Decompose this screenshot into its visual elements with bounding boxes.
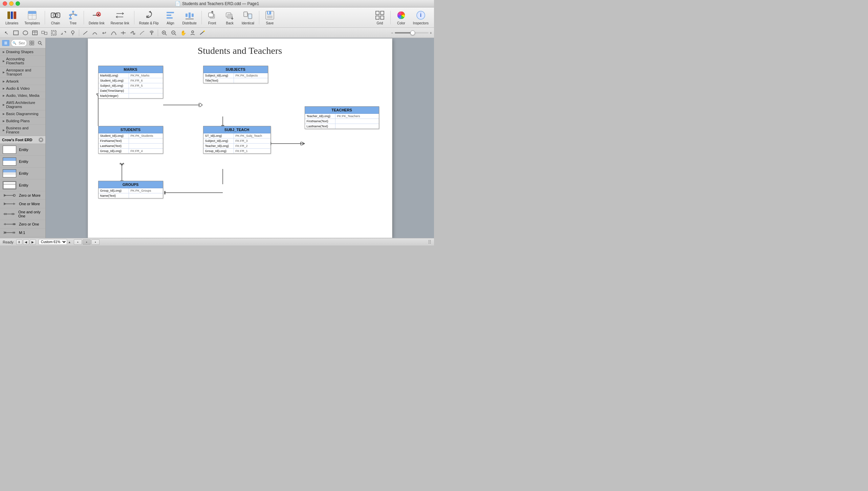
resize-handle[interactable]: ⠿ — [428, 239, 431, 245]
shape-item-entity-header2[interactable]: Entity — [0, 168, 45, 179]
view-mode-3[interactable]: ▪ — [91, 239, 100, 245]
marks-table[interactable]: MARKS MarkId(Long) PK:PK_Marks Student_I… — [98, 66, 163, 99]
minimize-button[interactable] — [9, 1, 14, 6]
subjects-table[interactable]: SUBJECTS Subject_Id(Long) PK:PK_Subjects… — [203, 66, 268, 83]
rotate-button[interactable]: Rotate & Flip — [136, 9, 161, 26]
shape-item-one-more[interactable]: One or More — [0, 200, 45, 208]
shape-item-m1[interactable]: M:1 — [0, 229, 45, 237]
identical-button[interactable]: Identical — [239, 9, 257, 26]
groups-table[interactable]: GROUPS Group_Id(Long) PK:PK_Groups Name(… — [98, 181, 163, 198]
search-button[interactable] — [37, 40, 43, 46]
svg-line-125 — [301, 144, 305, 145]
shape-item-entity-header[interactable]: Entity — [0, 156, 45, 168]
magic-tool[interactable] — [198, 29, 207, 37]
reverse-link-button[interactable]: Reverse link — [108, 9, 132, 26]
page-first-button[interactable]: ⏸ — [16, 239, 22, 245]
sidebar-section-aerospace[interactable]: ▶ Aerospace and Transport — [0, 67, 45, 78]
sidebar-section-aws[interactable]: ▶ AWS Architecture Diagrams — [0, 99, 45, 110]
pin-tool[interactable] — [68, 29, 77, 37]
sidebar-section-building[interactable]: ▶ Building Plans — [0, 118, 45, 125]
separator-2 — [84, 11, 84, 24]
page-next-button[interactable]: ▶ — [30, 239, 36, 245]
group-tool[interactable] — [40, 29, 49, 37]
distribute-button[interactable]: Distribute — [179, 9, 199, 26]
sidebar-section-drawing-shapes[interactable]: ▶ Drawing Shapes — [0, 48, 45, 56]
main-toolbar: Libraries Templates Chain — [0, 7, 434, 28]
sidebar-search-input[interactable] — [11, 39, 27, 47]
m1-preview — [3, 230, 16, 235]
crowsfoot-close-button[interactable]: ✕ — [39, 137, 43, 142]
zoom-handle[interactable] — [410, 30, 415, 35]
view-mode-1[interactable]: ▪ — [74, 239, 82, 245]
tree-button[interactable]: Tree — [65, 9, 82, 26]
templates-icon — [27, 10, 38, 20]
sidebar-section-audio-video-media[interactable]: ▶ Audio, Video, Media — [0, 92, 45, 99]
rect-tool[interactable] — [12, 29, 20, 37]
user-tool[interactable] — [188, 29, 197, 37]
diagram-title: Students and Teachers — [88, 39, 392, 60]
grid-button[interactable]: Grid — [371, 9, 388, 26]
view-mode-2[interactable]: ▪ — [83, 239, 91, 245]
zoom-out-btn[interactable] — [169, 29, 178, 37]
diagram-canvas[interactable]: Students and Teachers — [88, 38, 392, 238]
triangle-icon: ▶ — [3, 129, 5, 132]
sidebar-section-accounting[interactable]: ▶ Accounting Flowcharts — [0, 56, 45, 67]
shape-item-one-only[interactable]: One and only One — [0, 208, 45, 220]
sidebar-section-basic[interactable]: ▶ Basic Diagramming — [0, 110, 45, 118]
shape-item-entity-corner[interactable]: Entity — [0, 179, 45, 191]
shape-item-entity-plain[interactable]: Entity — [0, 144, 45, 156]
canvas-wrapper[interactable]: Students and Teachers — [46, 38, 434, 238]
grid-view-button[interactable] — [28, 40, 35, 46]
smart-tool[interactable] — [128, 29, 137, 37]
shape-item-zero-one[interactable]: Zero or One — [0, 220, 45, 229]
close-button[interactable] — [3, 1, 7, 6]
svg-rect-81 — [32, 43, 34, 45]
teachers-table[interactable]: TEACHERS Teacher_Id(Long) PK:PK_Teachers… — [305, 106, 379, 129]
save-button[interactable]: Save — [261, 9, 278, 26]
zoom-in-btn[interactable] — [160, 29, 169, 37]
color-button[interactable]: Color — [393, 9, 410, 26]
undo-tool[interactable]: ↩ — [100, 29, 109, 37]
paint-tool[interactable] — [147, 29, 156, 37]
page-prev-button[interactable]: ◀ — [23, 239, 29, 245]
connector-tool[interactable] — [119, 29, 128, 37]
crowsfoot-header: Crow's Foot ERD ✕ — [0, 136, 45, 144]
select-tool[interactable]: ↖ — [2, 29, 11, 37]
front-button[interactable]: Front — [204, 9, 221, 26]
save-icon — [264, 10, 275, 20]
students-table[interactable]: STUDENTS Student_Id(Long) PK:PK_Students… — [98, 126, 163, 154]
pencil-tool[interactable] — [138, 29, 147, 37]
main-area: ▶ Drawing Shapes ▶ Accounting Flowcharts… — [0, 38, 434, 238]
svg-rect-24 — [167, 15, 171, 16]
sidebar-section-audio-video[interactable]: ▶ Audio & Video — [0, 85, 45, 92]
sidebar-section-artwork[interactable]: ▶ Artwork — [0, 78, 45, 85]
sidebar-list-view[interactable] — [2, 40, 9, 46]
sidebar-section-business[interactable]: ▶ Business and Finance — [0, 125, 45, 136]
line-tool[interactable] — [81, 29, 90, 37]
align-button[interactable]: Align — [162, 9, 179, 26]
delete-link-button[interactable]: Delete link — [86, 9, 107, 26]
libraries-button[interactable]: Libraries — [3, 9, 21, 26]
entity-header-preview — [3, 157, 16, 166]
container-tool[interactable] — [49, 29, 58, 37]
oval-tool[interactable] — [21, 29, 30, 37]
inspectors-button[interactable]: i Inspectors — [410, 9, 431, 26]
one-only-preview — [3, 212, 16, 216]
subj-teach-table[interactable]: SUBJ_TEACH ST_Id(Long) PK:PK_Subj_Teach … — [203, 126, 271, 154]
svg-line-129 — [120, 163, 122, 166]
zoom-select[interactable]: Custom 61% 50% 75% 100% — [39, 239, 67, 245]
back-button[interactable]: Back — [221, 9, 238, 26]
table-tool[interactable] — [30, 29, 39, 37]
shape-item-zero-more[interactable]: Zero or More — [0, 191, 45, 200]
templates-button[interactable]: Templates — [22, 9, 43, 26]
libraries-icon — [6, 10, 17, 20]
zoom-slider[interactable] — [395, 32, 429, 34]
bezier-tool[interactable] — [109, 29, 118, 37]
maximize-button[interactable] — [16, 1, 20, 6]
expand-tool[interactable] — [59, 29, 68, 37]
view-mode-buttons: ▪ ▪ ▪ — [74, 239, 100, 245]
svg-rect-18 — [69, 18, 72, 19]
chain-button[interactable]: Chain — [47, 9, 64, 26]
arc-tool[interactable] — [90, 29, 99, 37]
pan-tool[interactable]: ✋ — [179, 29, 188, 37]
